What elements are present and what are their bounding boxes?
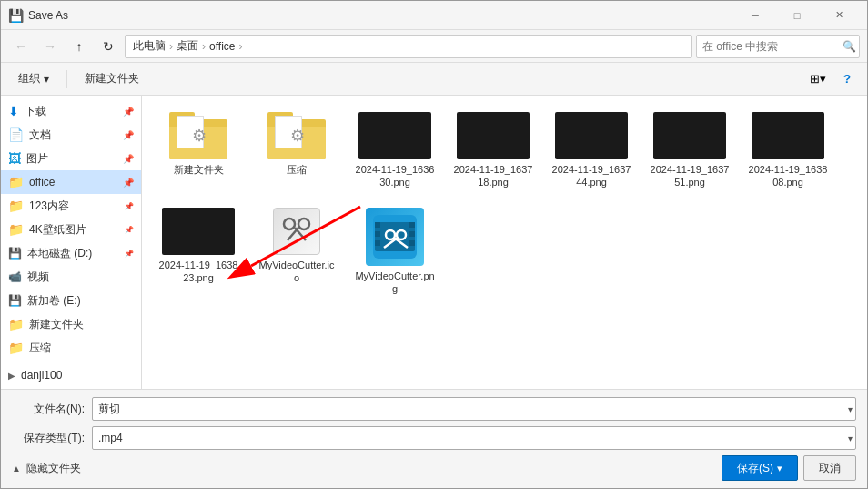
file-item-compress[interactable]: ⚙ 压缩 <box>251 107 342 195</box>
filename-input[interactable] <box>92 397 856 421</box>
video-thumb-6 <box>162 208 235 255</box>
file-label-video4: 2024-11-19_163751.png <box>650 163 730 189</box>
maximize-button[interactable]: □ <box>776 1 818 30</box>
new-folder-label: 新建文件夹 <box>85 71 139 87</box>
file-item-video2[interactable]: 2024-11-19_163718.png <box>448 107 539 195</box>
folder-icon-compress: ⚙ <box>267 112 326 159</box>
search-input[interactable] <box>702 40 839 53</box>
navigation-bar: ← → ↑ ↻ 此电脑 › 桌面 › office › 🔍 <box>1 30 867 63</box>
organize-label: 组织 <box>18 71 40 87</box>
breadcrumb-office[interactable]: office <box>209 40 235 53</box>
pin-icon: 📌 <box>123 107 134 117</box>
sidebar-item-123content[interactable]: 📁 123内容 📌 <box>1 194 141 218</box>
pin-icon5: 📌 <box>125 202 134 210</box>
svg-rect-11 <box>409 240 415 246</box>
file-label-video3: 2024-11-19_163744.png <box>551 163 631 189</box>
breadcrumb[interactable]: 此电脑 › 桌面 › office › <box>125 35 692 58</box>
cutter-png-icon <box>366 208 424 266</box>
sidebar-item-office[interactable]: 📁 office 📌 <box>1 170 141 194</box>
sidebar-item-localdisk[interactable]: 💾 本地磁盘 (D:) 📌 <box>1 241 141 265</box>
new-folder-button[interactable]: 新建文件夹 <box>75 67 149 91</box>
breadcrumb-sep2: › <box>202 40 206 53</box>
search-icon: 🔍 <box>843 40 856 53</box>
file-label-newfolder: 新建文件夹 <box>174 163 224 176</box>
video-thumb-3 <box>555 112 628 159</box>
123content-icon: 📁 <box>8 199 24 213</box>
up-button[interactable]: ↑ <box>66 34 92 59</box>
pin-icon4: 📌 <box>123 178 134 188</box>
file-area-wrapper: ⚙ 新建文件夹 ⚙ 压缩 <box>142 96 867 389</box>
minimize-button[interactable]: ─ <box>734 1 776 30</box>
file-area: ⚙ 新建文件夹 ⚙ 压缩 <box>142 96 867 311</box>
newfolder2-icon: 📁 <box>8 317 24 331</box>
save-button[interactable]: 保存(S) ▾ <box>722 455 798 481</box>
sidebar-item-compress[interactable]: 📁 压缩 <box>1 336 141 360</box>
sidebar-item-newfolder2[interactable]: 📁 新建文件夹 <box>1 312 141 336</box>
sidebar-item-download[interactable]: ⬇ 下载 📌 <box>1 99 141 123</box>
help-icon: ? <box>843 72 851 86</box>
sidebar-label-video: 视频 <box>27 270 49 285</box>
file-item-cutter-png[interactable]: MyVideoCutter.png <box>349 202 440 301</box>
video-thumb-1 <box>358 112 431 159</box>
pin-icon3: 📌 <box>123 154 134 164</box>
file-item-video5[interactable]: 2024-11-19_163808.png <box>742 107 833 195</box>
view-toggle-button[interactable]: ⊞ ▾ <box>805 67 831 91</box>
svg-point-1 <box>298 219 309 229</box>
video-thumb-4 <box>653 112 726 159</box>
dialog-icon: 💾 <box>8 8 23 23</box>
sidebar-item-4kwallpaper[interactable]: 📁 4K壁纸图片 📌 <box>1 218 141 241</box>
sidebar-label-office: office <box>29 176 55 188</box>
video-thumb-2 <box>457 112 530 159</box>
breadcrumb-desktop[interactable]: 桌面 <box>177 38 198 54</box>
hide-folders-toggle[interactable]: ▲ 隐藏文件夹 <box>12 461 81 476</box>
sidebar-item-pictures[interactable]: 🖼 图片 📌 <box>1 147 141 170</box>
download-icon: ⬇ <box>8 104 19 118</box>
refresh-button[interactable]: ↻ <box>96 34 121 59</box>
file-label-compress: 压缩 <box>287 163 307 176</box>
sidebar-item-video[interactable]: 📹 视频 <box>1 265 141 289</box>
svg-rect-8 <box>375 240 380 246</box>
organize-arrow-icon: ▾ <box>44 73 49 86</box>
sidebar-group-danji100[interactable]: ▶ danji100 <box>1 363 141 387</box>
forward-button[interactable]: → <box>37 34 63 59</box>
file-item-video6[interactable]: 2024-11-19_163823.png <box>153 202 244 301</box>
file-item-video1[interactable]: 2024-11-19_163630.png <box>349 107 440 195</box>
action-buttons: 保存(S) ▾ 取消 <box>722 455 856 481</box>
pin-icon6: 📌 <box>125 226 134 234</box>
breadcrumb-thispc[interactable]: 此电脑 <box>133 38 166 54</box>
close-button[interactable]: ✕ <box>818 1 860 30</box>
sidebar-item-newvolume[interactable]: 💾 新加卷 (E:) <box>1 289 141 312</box>
svg-rect-9 <box>409 222 415 228</box>
back-button[interactable]: ← <box>8 34 34 59</box>
file-item-cutter-ico[interactable]: MyVideoCutter.ico <box>251 202 342 301</box>
sidebar: ⬇ 下载 📌 📄 文档 📌 🖼 图片 📌 📁 office 📌 📁 <box>1 96 142 389</box>
file-label-cutter-ico: MyVideoCutter.ico <box>257 259 337 285</box>
sidebar-item-documents[interactable]: 📄 文档 📌 <box>1 123 141 147</box>
ico-file-icon <box>267 208 326 255</box>
file-item-newfolder[interactable]: ⚙ 新建文件夹 <box>153 107 244 195</box>
search-box[interactable]: 🔍 <box>696 35 860 58</box>
hide-folders-label: 隐藏文件夹 <box>26 461 81 476</box>
bottom-actions: ▲ 隐藏文件夹 保存(S) ▾ 取消 <box>12 455 856 481</box>
organize-button[interactable]: 组织 ▾ <box>8 67 59 91</box>
file-item-video4[interactable]: 2024-11-19_163751.png <box>644 107 735 195</box>
cancel-label: 取消 <box>819 462 841 474</box>
folder-gear2-icon: ⚙ <box>285 122 310 149</box>
toolbar-separator <box>66 70 67 88</box>
dialog-title: Save As <box>28 9 734 22</box>
newvolume-icon: 💾 <box>8 294 22 307</box>
help-button[interactable]: ? <box>834 67 860 91</box>
filetype-row: 保存类型(T): ▾ <box>12 426 856 450</box>
file-label-video1: 2024-11-19_163630.png <box>355 163 435 189</box>
title-bar: 💾 Save As ─ □ ✕ <box>1 1 867 30</box>
cancel-button[interactable]: 取消 <box>803 455 856 481</box>
window-controls: ─ □ ✕ <box>734 1 860 30</box>
filetype-input[interactable] <box>92 426 856 450</box>
file-item-video3[interactable]: 2024-11-19_163744.png <box>546 107 637 195</box>
save-label: 保存(S) <box>737 461 773 476</box>
sidebar-label-pictures: 图片 <box>26 151 48 167</box>
localdisk-icon: 💾 <box>8 247 22 260</box>
video-thumb-5 <box>752 112 824 159</box>
file-label-video5: 2024-11-19_163808.png <box>748 163 828 189</box>
video-icon: 📹 <box>8 270 22 283</box>
